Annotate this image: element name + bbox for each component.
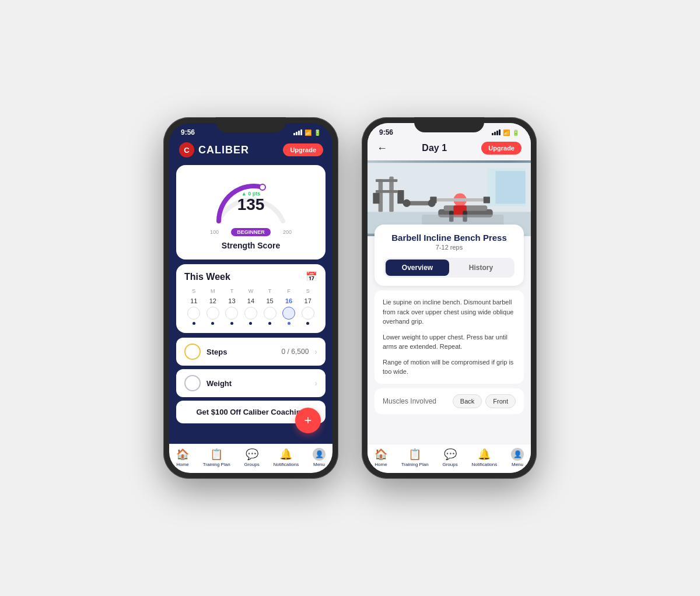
nav-home-2[interactable]: 🏠 Home [374, 448, 387, 467]
description-card: Lie supine on incline bench. Dismount ba… [374, 290, 524, 384]
notch [216, 117, 286, 132]
gauge-container: ▲ 0 pts 135 [210, 174, 292, 221]
muscles-section: Muscles Involved Back Front [374, 388, 524, 414]
nav-notifications-label-1: Notifications [274, 462, 299, 467]
training-icon-2: 📋 [408, 448, 421, 461]
day-num-2: 13 [222, 296, 242, 306]
steps-tracker[interactable]: Steps 0 / 6,500 › [176, 338, 326, 366]
time-2: 9:56 [379, 128, 393, 136]
muscle-back-button[interactable]: Back [453, 394, 482, 408]
phone-detail: 9:56 📶 🔋 ← Day 1 Upgrade [362, 117, 537, 479]
svg-rect-12 [397, 190, 404, 204]
signal-icon-2 [492, 129, 501, 135]
day-circle-2 [225, 307, 238, 320]
nav-home-1[interactable]: 🏠 Home [176, 448, 189, 467]
steps-circle [184, 343, 201, 360]
weight-tracker[interactable]: Weight › [176, 369, 326, 397]
score-number: 135 [237, 197, 265, 213]
back-button[interactable]: ← [377, 142, 387, 155]
day-dot-2 [230, 322, 233, 325]
nav-groups-2[interactable]: 💬 Groups [442, 448, 457, 467]
upgrade-button-2[interactable]: Upgrade [481, 142, 522, 155]
status-icons-1: 📶 🔋 [293, 129, 321, 136]
steps-value: 0 / 6,500 [282, 348, 309, 356]
nav-notifications-label-2: Notifications [472, 462, 498, 467]
nav-training-1[interactable]: 📋 Training Plan [203, 448, 230, 467]
bottom-nav-2: 🏠 Home 📋 Training Plan 💬 Groups 🔔 Notifi… [368, 444, 531, 473]
score-range-high: 200 [283, 229, 292, 235]
exercise-card: Barbell Incline Bench Press 7-12 reps Ov… [374, 225, 524, 286]
status-icons-2: 📶 🔋 [492, 129, 519, 136]
tab-history[interactable]: History [449, 260, 513, 276]
week-title: This Week [184, 272, 230, 282]
notch-2 [414, 117, 484, 132]
day-circle-3 [244, 307, 257, 320]
desc-para-3: Range of motion will be compromised if g… [383, 357, 516, 377]
svg-text:C: C [184, 146, 190, 155]
muscle-front-button[interactable]: Front [485, 394, 516, 408]
nav-menu-1[interactable]: 👤 Menu [313, 448, 326, 467]
upgrade-button-1[interactable]: Upgrade [283, 143, 323, 156]
battery-icon: 🔋 [314, 129, 321, 136]
tab-switcher: Overview History [384, 258, 514, 278]
desc-para-2: Lower weight to upper chest. Press bar u… [383, 332, 516, 352]
score-range-low: 100 [210, 229, 219, 235]
detail-header: ← Day 1 Upgrade [368, 139, 531, 160]
home-icon-2: 🏠 [374, 448, 387, 461]
avatar-2: 👤 [511, 448, 524, 461]
svg-point-24 [403, 199, 411, 207]
day-header-4: T [260, 288, 279, 296]
groups-icon-2: 💬 [444, 448, 457, 461]
score-label: Strength Score [186, 241, 316, 250]
nav-menu-label-2: Menu [512, 462, 523, 467]
nav-groups-1[interactable]: 💬 Groups [244, 448, 259, 467]
day-dot-6 [306, 322, 309, 325]
score-badge: BEGINNER [231, 228, 271, 236]
week-header: This Week 📅 [184, 271, 317, 282]
battery-icon-2: 🔋 [512, 129, 519, 136]
day-num-3: 14 [242, 296, 261, 306]
nav-home-label-1: Home [176, 462, 188, 467]
fab-add-button[interactable]: + [295, 408, 321, 433]
day-circle-6 [302, 307, 314, 320]
nav-training-2[interactable]: 📋 Training Plan [401, 448, 429, 467]
day-circle-1 [206, 307, 219, 320]
day-num-5: 16 [279, 296, 299, 306]
caliber-logo: C CALIBER [178, 142, 249, 158]
avatar-1: 👤 [313, 448, 326, 461]
notifications-icon-1: 🔔 [279, 448, 292, 461]
day-header-2: T [222, 288, 242, 296]
nav-notifications-2[interactable]: 🔔 Notifications [472, 448, 498, 467]
home-icon-1: 🏠 [176, 448, 189, 461]
steps-label: Steps [206, 348, 276, 356]
day-num-1: 12 [204, 296, 223, 306]
nav-menu-2[interactable]: 👤 Menu [511, 448, 524, 467]
svg-point-25 [428, 199, 436, 207]
strength-score-card: ▲ 0 pts 135 100 BEGINNER 200 Strength Sc… [176, 165, 326, 260]
week-days: SMTWTFS11121314151617 [184, 288, 317, 326]
bottom-nav-1: 🏠 Home 📋 Training Plan 💬 Groups 🔔 Notifi… [169, 444, 332, 473]
nav-training-label-1: Training Plan [203, 462, 230, 467]
exercise-reps: 7-12 reps [384, 244, 514, 251]
svg-rect-9 [376, 179, 397, 182]
calendar-button[interactable]: 📅 [306, 271, 317, 282]
weight-chevron: › [314, 378, 317, 388]
day-circle-0 [187, 307, 200, 320]
svg-rect-6 [495, 171, 525, 204]
nav-menu-label-1: Menu [313, 462, 325, 467]
week-card: This Week 📅 SMTWTFS11121314151617 [176, 264, 326, 333]
desc-para-1: Lie supine on incline bench. Dismount ba… [383, 297, 516, 327]
muscles-label: Muscles Involved [383, 397, 436, 405]
exercise-title: Barbell Incline Bench Press [384, 233, 514, 243]
caliber-logo-icon: C [178, 142, 195, 158]
day-num-4: 15 [260, 296, 279, 306]
steps-chevron: › [314, 347, 317, 356]
day-dot-0 [192, 322, 195, 325]
day-circle-5 [282, 307, 295, 320]
nav-notifications-1[interactable]: 🔔 Notifications [274, 448, 299, 467]
nav-home-label-2: Home [374, 462, 387, 467]
tab-overview[interactable]: Overview [386, 260, 449, 276]
svg-rect-19 [433, 198, 487, 202]
svg-point-2 [260, 184, 265, 190]
weight-circle [184, 375, 201, 391]
